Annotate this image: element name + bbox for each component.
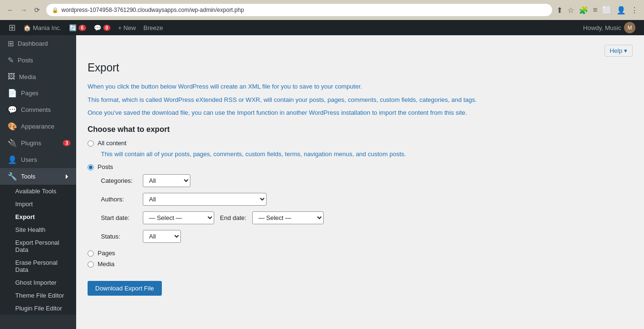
- help-button[interactable]: Help ▾: [604, 45, 633, 57]
- date-row: Start date: — Select — End date: — Selec…: [101, 211, 633, 224]
- url-text: wordpress-1074958-3761290.cloudwaysapps.…: [61, 7, 244, 13]
- sidebar-item-comments[interactable]: 💬 Comments: [0, 101, 76, 118]
- appearance-icon: 🎨: [8, 122, 17, 131]
- media-radio[interactable]: [88, 261, 94, 268]
- browser-chrome: ← → ⟳ 🔒 wordpress-1074958-3761290.cloudw…: [0, 0, 644, 20]
- end-date-label: End date:: [218, 214, 248, 221]
- all-content-desc: This will contain all of your posts, pag…: [101, 150, 633, 158]
- desc3: Once you've saved the download file, you…: [88, 108, 633, 118]
- sidebar-item-posts[interactable]: ✎ Posts: [0, 52, 76, 69]
- howdy-item[interactable]: Howdy, Music M: [579, 22, 639, 33]
- breeze-label: Breeze: [143, 24, 163, 31]
- sidebar-item-label: Media: [19, 73, 36, 80]
- wp-logo-icon: ⊞: [9, 22, 16, 33]
- download-export-button[interactable]: Download Export File: [88, 281, 162, 296]
- wp-admin-bar: ⊞ 🏠 Mania Inc. 🔄 6 💬 0 + New Breeze Howd…: [0, 20, 644, 35]
- comments-item[interactable]: 💬 0: [90, 20, 115, 35]
- end-date-select[interactable]: — Select —: [252, 211, 324, 224]
- start-date-label: Start date:: [101, 214, 139, 221]
- all-content-label[interactable]: All content: [98, 140, 127, 147]
- breeze-item[interactable]: Breeze: [139, 20, 167, 35]
- reload-button[interactable]: ⟳: [32, 5, 42, 15]
- desc1: When you click the button below WordPres…: [88, 82, 633, 91]
- wp-logo-item[interactable]: ⊞: [5, 20, 20, 35]
- updates-item[interactable]: 🔄 6: [65, 20, 90, 35]
- sidebar-item-export[interactable]: Export: [0, 210, 76, 223]
- site-name-label: Mania Inc.: [33, 24, 61, 31]
- wp-layout: ⊞ Dashboard ✎ Posts 🖼 Media 📄 Pages 💬 Co…: [0, 35, 644, 329]
- status-row: Status: All: [101, 230, 633, 243]
- authors-select[interactable]: All: [143, 193, 267, 206]
- menu-icon[interactable]: ⋮: [631, 6, 638, 15]
- updates-badge: 6: [79, 25, 86, 31]
- sidebar-item-tools[interactable]: 🔧 Tools: [0, 168, 76, 185]
- dashboard-icon: ⊞: [8, 39, 14, 48]
- bookmark-icon[interactable]: ☆: [567, 6, 574, 15]
- forward-button[interactable]: →: [19, 5, 29, 15]
- authors-label: Authors:: [101, 196, 139, 203]
- sidebar-item-plugins[interactable]: 🔌 Plugins 3: [0, 135, 76, 151]
- pages-radio[interactable]: [88, 250, 94, 257]
- start-date-select[interactable]: — Select —: [143, 211, 214, 224]
- plugins-icon: 🔌: [8, 139, 17, 148]
- posts-sub-options: Categories: All Authors: All Start date:…: [101, 174, 633, 243]
- categories-select[interactable]: All: [143, 174, 190, 187]
- sidebar-item-available-tools[interactable]: Available Tools: [0, 185, 76, 198]
- lock-icon: 🔒: [52, 7, 59, 13]
- page-title: Export: [88, 61, 633, 74]
- posts-radio[interactable]: [88, 164, 94, 170]
- updates-icon: 🔄: [69, 24, 77, 31]
- extension-icon[interactable]: 🧩: [579, 6, 588, 15]
- authors-row: Authors: All: [101, 193, 633, 206]
- site-name-item[interactable]: 🏠 Mania Inc.: [20, 20, 65, 35]
- sidebar-item-theme-file-editor[interactable]: Theme File Editor: [0, 289, 76, 302]
- comments-icon: 💬: [94, 24, 101, 31]
- sidebar-item-export-personal[interactable]: Export Personal Data: [0, 236, 76, 256]
- media-option: Media: [88, 260, 633, 268]
- sidebar-item-import[interactable]: Import: [0, 198, 76, 210]
- home-icon: 🏠: [23, 24, 31, 31]
- sidebar-item-label: Pages: [21, 90, 39, 97]
- posts-option: Posts: [88, 163, 633, 170]
- address-bar[interactable]: 🔒 wordpress-1074958-3761290.cloudwaysapp…: [46, 3, 553, 17]
- posts-icon: ✎: [8, 56, 14, 65]
- main-content: Help ▾ Export When you click the button …: [76, 35, 644, 329]
- comments-badge: 0: [103, 25, 111, 31]
- sidebar-item-erase-personal[interactable]: Erase Personal Data: [0, 256, 76, 276]
- users-icon: 👤: [8, 155, 17, 164]
- choose-heading: Choose what to export: [88, 125, 633, 134]
- status-select[interactable]: All: [143, 230, 181, 243]
- sidebar-item-label: Appearance: [21, 123, 54, 130]
- window-icon[interactable]: ⬜: [602, 6, 612, 15]
- tools-icon: 🔧: [8, 172, 17, 181]
- sidebar-item-label: Comments: [21, 106, 51, 113]
- pages-icon: 📄: [8, 89, 17, 98]
- sidebar-item-ghost-importer[interactable]: Ghost Importer: [0, 276, 76, 289]
- profile-icon[interactable]: 👤: [616, 6, 626, 15]
- new-item[interactable]: + New: [114, 20, 139, 35]
- sidebar-item-plugin-file-editor[interactable]: Plugin File Editor: [0, 302, 76, 315]
- sidebar: ⊞ Dashboard ✎ Posts 🖼 Media 📄 Pages 💬 Co…: [0, 35, 76, 329]
- status-label: Status:: [101, 233, 139, 240]
- sidebar-item-dashboard[interactable]: ⊞ Dashboard: [0, 35, 76, 52]
- pages-label[interactable]: Pages: [98, 249, 115, 257]
- posts-label[interactable]: Posts: [98, 163, 113, 170]
- share-icon[interactable]: ⬆: [556, 6, 563, 15]
- sidebar-item-label: Tools: [21, 173, 35, 180]
- sidebar-item-label: Plugins: [21, 140, 41, 147]
- sidebar-item-media[interactable]: 🖼 Media: [0, 69, 76, 85]
- plugins-badge: 3: [63, 140, 70, 146]
- all-content-radio[interactable]: [88, 140, 94, 147]
- new-label: + New: [118, 24, 136, 31]
- all-content-option: All content: [88, 140, 633, 147]
- sidebar-item-site-health[interactable]: Site Health: [0, 223, 76, 236]
- help-bar: Help ▾: [88, 45, 633, 57]
- sidebar-item-users[interactable]: 👤 Users: [0, 151, 76, 168]
- sidebar-item-pages[interactable]: 📄 Pages: [0, 85, 76, 101]
- media-label[interactable]: Media: [98, 260, 114, 268]
- pages-option: Pages: [88, 249, 633, 257]
- media-icon: 🖼: [8, 72, 15, 81]
- back-button[interactable]: ←: [6, 5, 15, 15]
- reading-list-icon[interactable]: ≡: [593, 6, 597, 14]
- sidebar-item-appearance[interactable]: 🎨 Appearance: [0, 118, 76, 135]
